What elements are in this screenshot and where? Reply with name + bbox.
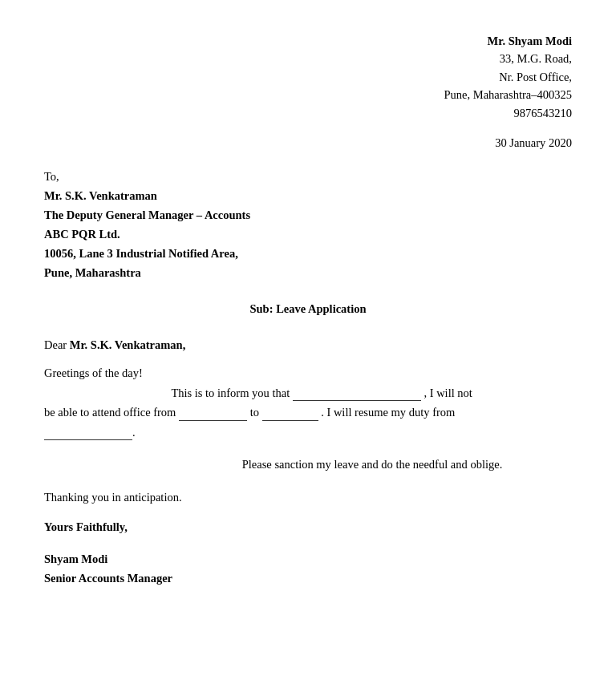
sanction-block: Please sanction my leave and do the need… [44,458,572,471]
signature-block: Shyam Modi Senior Accounts Manager [44,550,572,587]
sender-address3: Pune, Maharashtra–400325 [44,86,572,103]
sender-address1: 33, M.G. Road, [44,50,572,67]
to-text: to [250,406,259,419]
sender-name: Mr. Shyam Modi [44,32,572,50]
thanks-block: Thanking you in anticipation. [44,491,572,504]
greetings-line: Greetings of the day! [44,363,572,383]
recipient-address1: 10056, Lane 3 Industrial Notified Area, [44,245,572,264]
signer-title: Senior Accounts Manager [44,569,572,588]
thanks-text: Thanking you in anticipation. [44,491,182,504]
inform-suffix: , I will not [424,386,472,399]
blank-resume-line: . [44,423,572,443]
subject-block: Sub: Leave Application [44,302,572,316]
sender-block: Mr. Shyam Modi 33, M.G. Road, Nr. Post O… [44,32,572,122]
closing-block: Yours Faithfully, [44,520,572,534]
letter-page: Mr. Shyam Modi 33, M.G. Road, Nr. Post O… [0,0,616,692]
letter-date: 30 January 2020 [495,136,572,149]
office-text: be able to attend office from [44,406,176,419]
resume-text: . I will resume my duty from [321,406,455,419]
recipient-address2: Pune, Maharashtra [44,264,572,283]
sender-phone: 9876543210 [44,104,572,122]
signer-name: Shyam Modi [44,550,572,569]
greeting-name: Mr. S.K. Venkatraman, [70,338,185,351]
inform-line: This is to inform you that , I will not [44,383,572,403]
valediction-text: Yours Faithfully, [44,520,128,533]
blank-from [179,420,247,421]
blank-name [293,400,421,401]
recipient-block: To, Mr. S.K. Venkatraman The Deputy Gene… [44,168,572,283]
recipient-title: The Deputy General Manager – Accounts [44,206,572,225]
blank-resume [44,439,132,440]
inform-intro: This is to inform you that [171,386,290,399]
subject-text: Sub: Leave Application [249,302,366,315]
sanction-text: Please sanction my leave and do the need… [242,458,503,471]
office-line: be able to attend office from to . I wil… [44,403,572,423]
date-block: 30 January 2020 [44,136,572,150]
sender-address2: Nr. Post Office, [44,68,572,86]
salutation-line: Dear Mr. S.K. Venkatraman, [44,338,572,352]
body-block: Greetings of the day! This is to inform … [44,363,572,443]
recipient-name: Mr. S.K. Venkatraman [44,187,572,206]
greeting-text: Dear [44,338,67,351]
blank-to [262,420,318,421]
recipient-company: ABC PQR Ltd. [44,225,572,245]
recipient-salutation: To, [44,168,572,187]
